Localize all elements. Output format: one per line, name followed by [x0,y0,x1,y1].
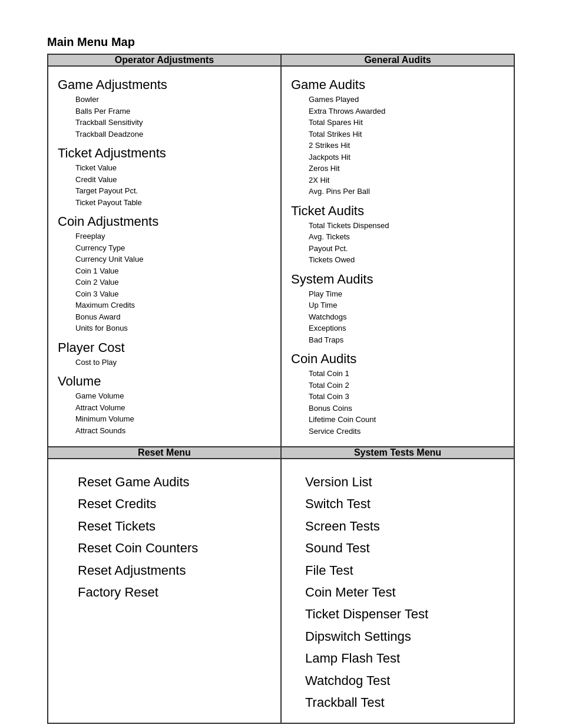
units-for-bonus-item: Units for Bonus [75,322,271,334]
currency-type-item: Currency Type [75,242,271,254]
payout-pct-item: Payout Pct. [309,243,504,255]
dipswitch-settings-item: Dipswitch Settings [305,625,504,647]
screen-tests-item: Screen Tests [305,515,504,537]
trackball-sensitivity-item: Trackball Sensitivity [75,117,271,129]
game-volume-item: Game Volume [75,390,271,402]
currency-unit-value-item: Currency Unit Value [75,253,271,265]
up-time-item: Up Time [309,299,504,311]
operator-adjustments-col: Game Adjustments Bowler Balls Per Frame … [48,66,281,447]
tickets-owed-item: Tickets Owed [309,254,504,266]
volume-heading: Volume [58,374,271,389]
minimum-volume-item: Minimum Volume [75,413,271,425]
lamp-flash-test-item: Lamp Flash Test [305,647,504,669]
trackball-test-item: Trackball Test [305,691,504,713]
system-audits-heading: System Audits [291,272,504,287]
reset-menu-col: Reset Game Audits Reset Credits Reset Ti… [48,459,281,723]
factory-reset-item: Factory Reset [78,581,271,603]
operator-adjustments-header: Operator Adjustments [48,54,281,66]
games-played-item: Games Played [309,94,504,106]
total-coin2-item: Total Coin 2 [309,380,504,391]
attract-sounds-item: Attract Sounds [75,425,271,437]
2-strikes-hit-item: 2 Strikes Hit [309,140,504,151]
sound-test-item: Sound Test [305,537,504,559]
reset-game-audits-item: Reset Game Audits [78,471,271,493]
ticket-payout-table-item: Ticket Payout Table [75,197,271,209]
game-adjustments-heading: Game Adjustments [58,77,271,93]
main-menu-table: Operator Adjustments General Audits Game… [47,54,515,724]
target-payout-pct-item: Target Payout Pct. [75,185,271,197]
attract-volume-item: Attract Volume [75,402,271,414]
watchdog-test-item: Watchdog Test [305,670,504,691]
play-time-item: Play Time [309,288,504,300]
file-test-item: File Test [305,559,504,581]
extra-throws-awarded-item: Extra Throws Awarded [309,106,504,117]
watchdogs-item: Watchdogs [309,311,504,323]
general-audits-col: Game Audits Games Played Extra Throws Aw… [281,66,514,447]
2x-hit-item: 2X Hit [309,174,504,186]
system-tests-header: System Tests Menu [281,447,514,459]
reset-adjustments-item: Reset Adjustments [78,559,271,581]
avg-pins-per-ball-item: Avg. Pins Per Ball [309,186,504,197]
coin3-value-item: Coin 3 Value [75,288,271,300]
total-tickets-dispensed-item: Total Tickets Dispensed [309,220,504,232]
ticket-audits-heading: Ticket Audits [291,203,504,219]
balls-per-frame-item: Balls Per Frame [75,106,271,117]
total-spares-hit-item: Total Spares Hit [309,117,504,129]
player-cost-heading: Player Cost [58,340,271,355]
total-coin1-item: Total Coin 1 [309,368,504,380]
game-audits-heading: Game Audits [291,77,504,93]
bowler-item: Bowler [75,94,271,106]
coin-audits-heading: Coin Audits [291,351,504,367]
freeplay-item: Freeplay [75,230,271,242]
total-strikes-hit-item: Total Strikes Hit [309,129,504,140]
ticket-value-item: Ticket Value [75,162,271,174]
ticket-dispenser-test-item: Ticket Dispenser Test [305,603,504,625]
zeros-hit-item: Zeros Hit [309,163,504,174]
trackball-deadzone-item: Trackball Deadzone [75,129,271,140]
coin-meter-test-item: Coin Meter Test [305,581,504,603]
coin-adjustments-heading: Coin Adjustments [58,214,271,229]
cost-to-play-item: Cost to Play [75,357,271,368]
page-title: Main Menu Map [47,35,515,49]
version-list-item: Version List [305,471,504,493]
ticket-adjustments-heading: Ticket Adjustments [58,146,271,161]
credit-value-item: Credit Value [75,174,271,186]
total-coin3-item: Total Coin 3 [309,391,504,403]
lifetime-coin-count-item: Lifetime Coin Count [309,414,504,426]
general-audits-header: General Audits [281,54,514,66]
switch-test-item: Switch Test [305,493,504,515]
reset-coin-counters-item: Reset Coin Counters [78,537,271,559]
reset-menu-header: Reset Menu [48,447,281,459]
bad-traps-item: Bad Traps [309,334,504,346]
bonus-coins-item: Bonus Coins [309,403,504,414]
avg-tickets-item: Avg. Tickets [309,231,504,243]
reset-credits-item: Reset Credits [78,493,271,515]
bonus-award-item: Bonus Award [75,311,271,323]
exceptions-item: Exceptions [309,322,504,334]
coin1-value-item: Coin 1 Value [75,265,271,277]
service-credits-item: Service Credits [309,426,504,437]
jackpots-hit-item: Jackpots Hit [309,151,504,163]
reset-tickets-item: Reset Tickets [78,515,271,537]
maximum-credits-item: Maximum Credits [75,299,271,311]
coin2-value-item: Coin 2 Value [75,276,271,288]
system-tests-col: Version List Switch Test Screen Tests So… [281,459,514,723]
